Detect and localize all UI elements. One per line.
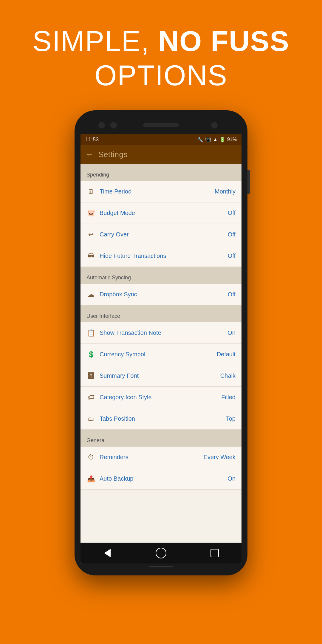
budget-mode-value: Off: [228, 210, 236, 216]
dropbox-icon: ☁: [86, 290, 95, 299]
settings-item-category-icon[interactable]: 🏷 Category Icon Style Filled: [80, 387, 242, 408]
summary-font-icon: 🅰: [86, 371, 95, 380]
nav-bar: [80, 543, 242, 564]
divider-ui: [80, 305, 242, 310]
section-header-general: General: [80, 434, 242, 447]
headline-line1: SIMPLE, NO FUSS: [32, 24, 290, 58]
settings-list: Spending 🗓 Time Period Monthly 🐷 Budget …: [80, 164, 242, 543]
auto-backup-label: Auto Backup: [100, 475, 133, 482]
tabs-position-value: Top: [226, 415, 236, 422]
settings-item-reminders[interactable]: ⏱ Reminders Every Week: [80, 447, 242, 468]
section-header-ui: User Interface: [80, 310, 242, 322]
nav-back-button[interactable]: [102, 548, 113, 558]
budget-mode-label: Budget Mode: [100, 210, 135, 216]
show-note-label: Show Transaction Note: [100, 329, 161, 336]
nav-recent-button[interactable]: [209, 548, 220, 558]
hide-future-label: Hide Future Transactions: [100, 253, 166, 259]
carry-over-icon: ↩: [86, 230, 95, 239]
back-triangle-icon: [104, 549, 111, 557]
carry-over-label: Carry Over: [100, 231, 129, 238]
currency-label: Currency Symbol: [100, 351, 145, 358]
recent-square-icon: [210, 549, 219, 557]
tabs-position-icon: 🗂: [86, 414, 95, 423]
category-icon-label: Category Icon Style: [100, 394, 152, 401]
phone-top-bar: [80, 116, 242, 134]
speaker-grille: [143, 123, 179, 127]
nav-home-button[interactable]: [156, 548, 166, 558]
auto-backup-icon: 📤: [86, 474, 95, 483]
currency-icon: 💲: [86, 350, 95, 359]
dropbox-label: Dropbox Sync: [100, 291, 137, 298]
camera-left-icon: [98, 122, 105, 129]
show-note-icon: 📋: [86, 329, 95, 338]
section-header-spending: Spending: [80, 169, 242, 181]
battery-percent: 91%: [227, 137, 237, 142]
camera-right-icon: [110, 122, 117, 129]
status-bar: 11:53 🔧 📳 ▲ 🔋 91%: [80, 134, 242, 145]
carry-over-value: Off: [228, 231, 236, 238]
time-period-icon: 🗓: [86, 187, 95, 196]
status-time: 11:53: [85, 137, 99, 143]
category-icon-icon: 🏷: [86, 393, 95, 402]
divider-sync: [80, 267, 242, 272]
summary-font-label: Summary Font: [100, 372, 139, 379]
status-icons: 🔧 📳 ▲ 🔋 91%: [197, 137, 237, 143]
settings-item-summary-font[interactable]: 🅰 Summary Font Chalk: [80, 365, 242, 387]
tabs-position-label: Tabs Position: [100, 415, 135, 422]
section-header-sync: Automatic Syncing: [80, 272, 242, 284]
settings-item-hide-future[interactable]: 🕶 Hide Future Transactions Off: [80, 245, 242, 267]
power-button: [247, 170, 250, 194]
divider-general: [80, 430, 242, 434]
settings-item-time-period[interactable]: 🗓 Time Period Monthly: [80, 181, 242, 202]
headline: SIMPLE, NO FUSS OPTIONS: [32, 24, 290, 92]
settings-item-show-note[interactable]: 📋 Show Transaction Note On: [80, 322, 242, 344]
budget-mode-icon: 🐷: [86, 209, 95, 218]
settings-item-carry-over[interactable]: ↩ Carry Over Off: [80, 224, 242, 245]
time-period-value: Monthly: [215, 188, 236, 195]
settings-item-dropbox[interactable]: ☁ Dropbox Sync Off: [80, 284, 242, 305]
hide-future-icon: 🕶: [86, 252, 95, 261]
category-icon-value: Filled: [221, 394, 236, 401]
headline-line2: OPTIONS: [32, 58, 290, 92]
summary-font-value: Chalk: [220, 372, 236, 379]
show-note-value: On: [227, 329, 236, 336]
app-bar: ← Settings: [80, 145, 242, 164]
time-period-label: Time Period: [100, 188, 131, 195]
hide-future-value: Off: [228, 253, 236, 259]
chin-bar: [149, 566, 173, 567]
phone-screen: 11:53 🔧 📳 ▲ 🔋 91% ← Settings Spending: [80, 134, 242, 564]
divider-top: [80, 164, 242, 169]
app-title: Settings: [98, 150, 128, 159]
settings-item-currency[interactable]: 💲 Currency Symbol Default: [80, 344, 242, 365]
settings-item-auto-backup[interactable]: 📤 Auto Backup On: [80, 468, 242, 490]
auto-backup-value: On: [227, 475, 236, 482]
back-button[interactable]: ←: [85, 150, 94, 159]
wrench-icon: 🔧: [197, 137, 203, 143]
home-circle-icon: [156, 548, 166, 558]
battery-icon: 🔋: [219, 137, 225, 143]
settings-item-tabs-position[interactable]: 🗂 Tabs Position Top: [80, 408, 242, 430]
vibrate-icon: 📳: [205, 137, 211, 143]
front-camera-icon: [211, 122, 218, 129]
currency-value: Default: [217, 351, 236, 358]
wifi-icon: ▲: [213, 137, 218, 142]
settings-item-budget-mode[interactable]: 🐷 Budget Mode Off: [80, 202, 242, 224]
reminders-value: Every Week: [204, 454, 236, 461]
phone-chin: [149, 564, 173, 569]
dropbox-value: Off: [228, 291, 236, 298]
phone-frame: 11:53 🔧 📳 ▲ 🔋 91% ← Settings Spending: [75, 110, 247, 575]
reminders-icon: ⏱: [86, 453, 95, 462]
reminders-label: Reminders: [100, 454, 129, 461]
